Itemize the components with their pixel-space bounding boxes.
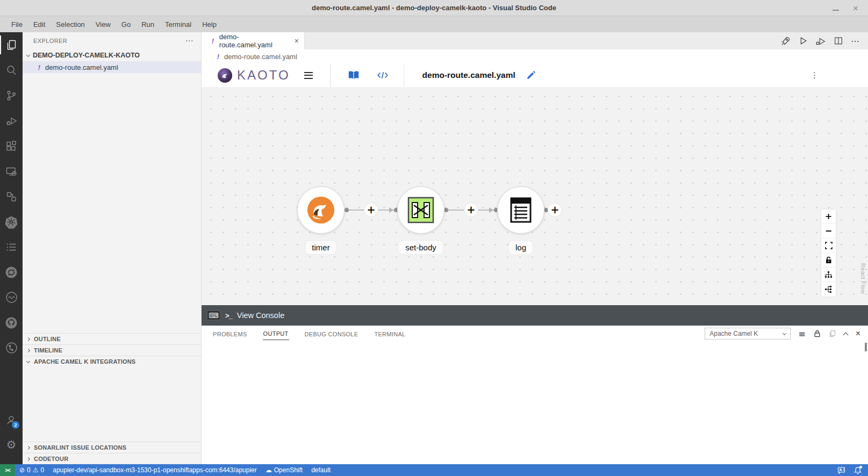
lock-button[interactable]: [821, 253, 836, 268]
add-step-button[interactable]: +: [464, 203, 478, 217]
port-dot: [345, 208, 349, 212]
cluster-context[interactable]: apupier-dev/api-sandbox-m3-1530-p1-opens…: [48, 464, 261, 476]
kaoto-flow-canvas[interactable]: + + +: [202, 87, 868, 305]
zoom-out-button[interactable]: −: [821, 224, 836, 239]
warning-icon: ⚠: [33, 467, 39, 473]
explorer-sidebar: EXPLORER ⋯ DEMO-DEPLOY-CAMELK-KAOTO ! de…: [23, 32, 202, 464]
activitybar-run-debug[interactable]: [0, 108, 23, 133]
flow-controls: + −: [821, 210, 836, 297]
activitybar-explorer[interactable]: [0, 32, 23, 57]
view-console-label: View Console: [237, 311, 284, 320]
activitybar-sonarlint[interactable]: [0, 285, 23, 310]
code-icon[interactable]: [377, 70, 389, 80]
arrowhead-icon: [389, 207, 393, 213]
activitybar-search[interactable]: [0, 57, 23, 83]
activitybar-codetour[interactable]: [0, 335, 23, 360]
maximize-panel-icon[interactable]: [843, 332, 848, 337]
add-step-button[interactable]: +: [548, 203, 562, 217]
zoom-in-button[interactable]: +: [821, 210, 836, 224]
fit-view-button[interactable]: [821, 239, 836, 253]
activitybar-account[interactable]: 2: [0, 407, 23, 432]
add-step-button[interactable]: +: [364, 203, 378, 217]
activitybar-list-view[interactable]: [0, 234, 23, 259]
divider: [330, 63, 331, 87]
view-console-bar[interactable]: ⌨ >_ View Console: [202, 305, 868, 326]
edit-pencil-icon[interactable]: [526, 71, 535, 80]
feedback-button[interactable]: [833, 464, 850, 476]
kebab-menu-icon[interactable]: ⋮: [810, 70, 819, 80]
close-panel-icon[interactable]: ×: [856, 329, 860, 338]
node-set-body[interactable]: [397, 186, 444, 234]
tab-terminal[interactable]: TERMINAL: [374, 328, 406, 340]
tab-problems[interactable]: PROBLEMS: [212, 328, 248, 340]
node-log[interactable]: [497, 186, 544, 234]
rocket-icon[interactable]: [780, 36, 791, 46]
panel-scrollbar[interactable]: [865, 343, 867, 351]
activitybar-github[interactable]: [0, 310, 23, 335]
output-channel-select[interactable]: Apache Camel K: [705, 328, 791, 340]
menu-edit[interactable]: Edit: [28, 18, 50, 31]
lock-scroll-icon[interactable]: [814, 330, 821, 337]
clear-output-icon[interactable]: ≡: [798, 329, 805, 339]
node-label-timer[interactable]: timer: [305, 241, 336, 254]
activitybar-components[interactable]: [0, 184, 23, 209]
activitybar-kubernetes[interactable]: [0, 209, 23, 234]
vertical-layout-button[interactable]: [821, 268, 836, 282]
node-label-set-body[interactable]: set-body: [399, 241, 443, 254]
more-actions-icon[interactable]: ⋯: [851, 36, 859, 46]
plus-icon: +: [551, 205, 559, 215]
tab-debug-console[interactable]: DEBUG CONSOLE: [304, 328, 359, 340]
output-panel-body[interactable]: [202, 342, 868, 464]
minimize-button[interactable]: [833, 4, 839, 12]
run-icon[interactable]: [798, 36, 808, 46]
kaoto-flow-title: demo-route.camel.yaml: [422, 70, 515, 80]
copy-icon[interactable]: [829, 330, 836, 337]
bulleted-list-icon: [5, 241, 18, 254]
menu-file[interactable]: File: [6, 18, 27, 31]
breadcrumb[interactable]: ! demo-route.camel.yaml: [202, 49, 868, 63]
menu-icon[interactable]: [302, 70, 315, 81]
tab-output[interactable]: OUTPUT: [263, 327, 289, 340]
section-timeline[interactable]: TIMELINE: [23, 344, 201, 356]
node-timer[interactable]: [297, 186, 345, 234]
more-actions-icon[interactable]: ⋯: [185, 36, 193, 46]
react-flow-watermark[interactable]: React Flow: [860, 263, 866, 294]
close-tab-icon[interactable]: ×: [295, 37, 299, 45]
keyboard-icon: ⌨: [209, 312, 219, 319]
activitybar-extensions[interactable]: [0, 133, 23, 158]
book-icon[interactable]: [348, 70, 360, 81]
namespace-status[interactable]: default: [307, 464, 335, 476]
menu-terminal[interactable]: Terminal: [160, 18, 196, 31]
activitybar-settings[interactable]: ⚙: [0, 432, 23, 458]
menu-run[interactable]: Run: [137, 18, 159, 31]
section-camelk-integrations[interactable]: APACHE CAMEL K INTEGRATIONS: [23, 356, 201, 367]
problems-status[interactable]: ⊘ 0 ⚠ 0: [15, 464, 48, 476]
notifications-button[interactable]: [850, 464, 868, 476]
activitybar-remote-explorer[interactable]: [0, 158, 23, 184]
tab-demo-route[interactable]: ! demo-route.camel.yaml ×: [202, 32, 305, 49]
horizontal-layout-button[interactable]: [821, 282, 836, 297]
workspace-folder-row[interactable]: DEMO-DEPLOY-CAMELK-KAOTO: [23, 49, 201, 61]
debug-alt-icon[interactable]: [815, 36, 826, 46]
statusbar: >< ⊘ 0 ⚠ 0 apupier-dev/api-sandbox-m3-15…: [0, 464, 868, 476]
menu-view[interactable]: View: [91, 18, 116, 31]
section-sonarlint-issue-locations[interactable]: SONARLINT ISSUE LOCATIONS: [23, 442, 201, 453]
minus-icon: −: [825, 227, 832, 235]
close-window-button[interactable]: ×: [853, 4, 858, 13]
github-icon: [4, 316, 18, 330]
menu-selection[interactable]: Selection: [51, 18, 89, 31]
openshift-status[interactable]: ☁ OpenShift: [261, 464, 307, 476]
camel-file-icon: !: [216, 53, 221, 61]
plus-icon: +: [367, 205, 376, 215]
arrowhead-icon: [489, 207, 493, 213]
section-outline[interactable]: OUTLINE: [23, 333, 201, 344]
menu-help[interactable]: Help: [197, 18, 221, 31]
activitybar-openshift-toolkit[interactable]: [0, 259, 23, 285]
section-codetour[interactable]: CODETOUR: [23, 453, 201, 464]
remote-indicator[interactable]: ><: [0, 464, 15, 476]
file-row-demo-route[interactable]: ! demo-route.camel.yaml: [23, 61, 201, 73]
split-editor-icon[interactable]: [834, 36, 843, 46]
node-label-log[interactable]: log: [509, 241, 533, 254]
activitybar-source-control[interactable]: [0, 83, 23, 108]
menu-go[interactable]: Go: [117, 18, 135, 31]
